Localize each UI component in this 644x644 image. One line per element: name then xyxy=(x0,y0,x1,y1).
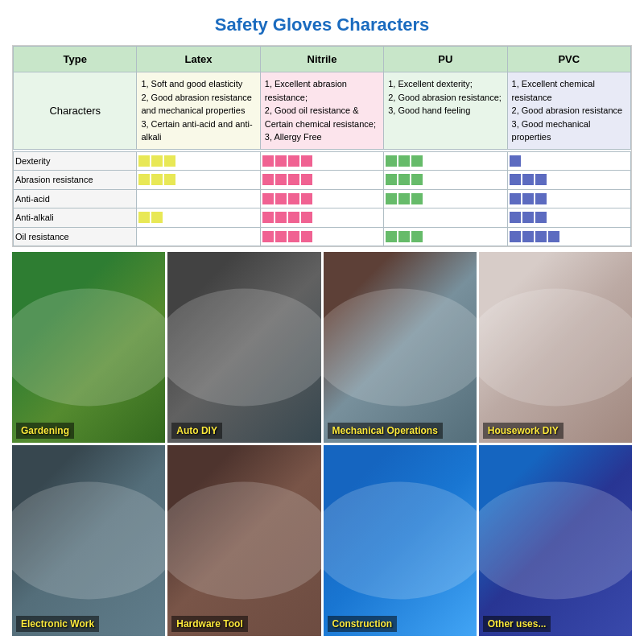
dot-empty xyxy=(548,174,559,185)
dot-container xyxy=(262,174,382,185)
dot-filled xyxy=(301,174,312,185)
rating-nitrile-2 xyxy=(260,189,383,208)
dot-filled xyxy=(535,212,547,223)
dot-filled xyxy=(262,174,274,185)
pvc-characters: 1, Excellent chemical resistance2, Good … xyxy=(507,72,630,150)
pu-characters: 1, Excellent dexterity;2, Good abrasion … xyxy=(384,72,507,150)
dot-empty xyxy=(424,155,436,167)
use-case-mechanical-operations: Mechanical Operations xyxy=(324,252,477,443)
characters-row: Characters 1, Soft and good elasticity2,… xyxy=(14,72,631,150)
col-header-pu: PU xyxy=(384,47,507,72)
dot-container xyxy=(386,174,505,185)
svg-point-7 xyxy=(479,482,632,600)
dot-filled xyxy=(275,212,287,223)
dot-empty xyxy=(398,212,410,223)
dot-filled xyxy=(522,231,534,242)
rating-pu-2 xyxy=(384,189,507,208)
dot-filled xyxy=(301,212,312,223)
dot-container xyxy=(138,231,258,242)
dot-empty xyxy=(138,193,150,204)
comparison-table-container: Type Latex Nitrile PU PVC Characters 1, … xyxy=(12,45,632,247)
glove-decoration xyxy=(12,445,165,636)
dot-container xyxy=(510,212,629,223)
dot-filled xyxy=(151,174,163,185)
dot-empty xyxy=(424,212,436,223)
dot-filled xyxy=(262,155,274,167)
rating-pvc-1 xyxy=(507,171,630,190)
dot-filled xyxy=(510,155,521,167)
dot-container xyxy=(262,193,382,204)
dot-empty xyxy=(548,212,559,223)
use-case-hardware-tool: Hardware Tool xyxy=(167,445,320,636)
svg-point-3 xyxy=(479,289,632,407)
rating-pvc-0 xyxy=(507,151,630,171)
use-case-label: Hardware Tool xyxy=(171,616,247,632)
dot-filled xyxy=(411,231,423,242)
col-header-pvc: PVC xyxy=(507,47,630,72)
rating-pu-4 xyxy=(384,227,507,246)
use-case-auto-diy: Auto DIY xyxy=(167,252,320,443)
svg-point-0 xyxy=(12,289,165,407)
rating-label: Dexterity xyxy=(14,151,137,171)
dot-filled xyxy=(510,174,521,185)
use-case-other-uses...: Other uses... xyxy=(479,445,632,636)
dot-container xyxy=(510,174,629,185)
rating-latex-3 xyxy=(137,208,260,228)
dot-filled xyxy=(138,212,150,223)
dot-container xyxy=(386,193,505,204)
dot-filled xyxy=(275,231,287,242)
rating-pvc-4 xyxy=(507,227,630,246)
use-cases-grid: Gardening Auto DIY Mechanical Operations… xyxy=(12,252,632,636)
dot-filled xyxy=(535,193,547,204)
page-wrapper: Safety Gloves Characters Type Latex Nitr… xyxy=(0,0,644,644)
rating-latex-0 xyxy=(137,151,260,171)
rating-nitrile-1 xyxy=(260,171,383,190)
dot-filled xyxy=(386,174,397,185)
dot-filled xyxy=(164,174,175,185)
dot-filled xyxy=(535,231,547,242)
dot-filled xyxy=(138,155,150,167)
dot-empty xyxy=(138,231,150,242)
rating-row: Oil resistance xyxy=(14,227,631,246)
glove-decoration xyxy=(12,252,165,443)
dot-container xyxy=(138,155,258,167)
rating-pu-3 xyxy=(384,208,507,228)
dot-filled xyxy=(164,155,175,167)
rating-nitrile-0 xyxy=(260,151,383,171)
dot-filled xyxy=(301,193,312,204)
dot-filled xyxy=(288,155,299,167)
dot-filled xyxy=(151,212,163,223)
rating-nitrile-3 xyxy=(260,208,383,228)
dot-filled xyxy=(386,155,397,167)
dot-empty xyxy=(386,212,397,223)
dot-empty xyxy=(164,212,175,223)
use-case-label: Mechanical Operations xyxy=(328,423,443,439)
dot-filled xyxy=(301,155,312,167)
dot-filled xyxy=(275,155,287,167)
rating-row: Abrasion resistance xyxy=(14,171,631,190)
page-title: Safety Gloves Characters xyxy=(12,8,632,45)
dot-filled xyxy=(275,193,287,204)
rating-nitrile-4 xyxy=(260,227,383,246)
dot-container xyxy=(386,212,505,223)
dot-empty xyxy=(424,193,436,204)
dot-filled xyxy=(411,193,423,204)
use-case-label: Electronic Work xyxy=(16,616,99,632)
dot-container xyxy=(138,193,258,204)
rating-pu-1 xyxy=(384,171,507,190)
use-case-label: Housework DIY xyxy=(483,423,564,439)
dot-empty xyxy=(522,155,534,167)
use-case-label: Gardening xyxy=(16,423,74,439)
dot-filled xyxy=(262,193,274,204)
dot-empty xyxy=(164,231,175,242)
dot-empty xyxy=(177,155,188,167)
dot-empty xyxy=(177,212,188,223)
pu-desc: 1, Excellent dexterity;2, Good abrasion … xyxy=(388,79,502,115)
dot-container xyxy=(386,155,505,167)
dot-filled xyxy=(522,174,534,185)
rating-latex-4 xyxy=(137,227,260,246)
dot-filled xyxy=(510,193,521,204)
dot-empty xyxy=(411,212,423,223)
dot-container xyxy=(262,155,382,167)
use-case-label: Construction xyxy=(328,616,398,632)
